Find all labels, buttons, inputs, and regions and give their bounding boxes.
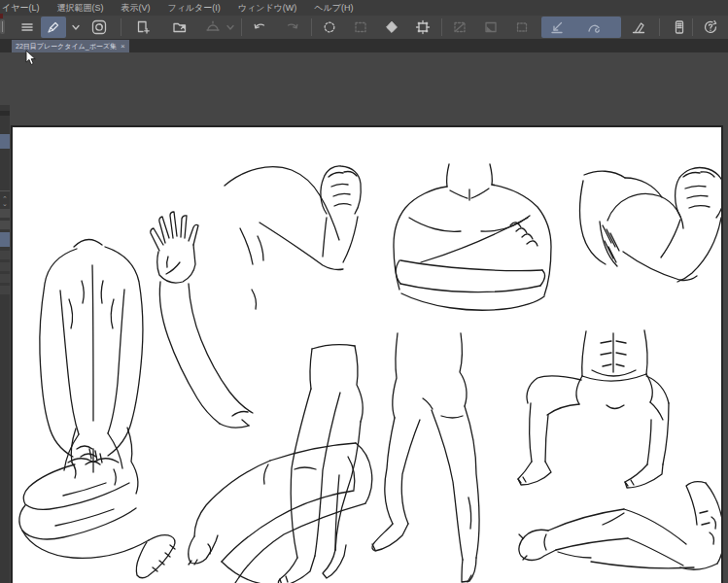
menu-filter[interactable]: フィルター(I)	[158, 2, 228, 15]
left-strip-tool[interactable]	[0, 274, 10, 283]
menu-view[interactable]: 表示(V)	[112, 2, 158, 15]
snap-to-special-ruler-icon[interactable]	[583, 17, 605, 38]
left-tool-strip: ⌃⌄	[0, 105, 10, 583]
left-strip-slot	[0, 111, 10, 116]
toolbar-separator	[692, 18, 693, 36]
pose-reference-line-art	[13, 127, 721, 583]
window-edge-mark	[0, 14, 3, 18]
left-strip-tool[interactable]	[0, 251, 10, 259]
figure-flexed-bicep	[580, 167, 721, 282]
figure-situp	[519, 482, 721, 570]
workspace: ⌃⌄	[0, 52, 728, 583]
panel-layout-icon[interactable]	[669, 17, 690, 38]
save-icon[interactable]	[202, 17, 224, 38]
hamburger-menu-icon[interactable]	[17, 17, 38, 38]
left-strip-active-tool[interactable]	[0, 134, 10, 149]
left-strip-tool[interactable]	[0, 209, 10, 218]
toolbar-separator	[121, 18, 121, 36]
menu-window[interactable]: ウィンドウ(W)	[229, 2, 306, 15]
toolbar-grip-handle[interactable]	[0, 19, 5, 34]
redo-icon[interactable]	[282, 17, 303, 38]
undo-icon[interactable]	[249, 17, 270, 38]
figure-kneeling-lower-body	[19, 428, 175, 578]
save-dropdown-chevron-icon[interactable]	[224, 17, 237, 38]
toolbar-separator	[659, 18, 660, 36]
figure-squatting-legs	[518, 330, 669, 488]
left-strip-divider	[0, 190, 10, 191]
figure-crossed-arms-torso	[394, 164, 551, 310]
toolbar-separator	[241, 18, 242, 36]
document-tab-title: 22日目ブレークタイム_ポーズ集	[16, 42, 117, 51]
clear-selection-icon[interactable]	[449, 17, 470, 38]
new-canvas-icon[interactable]	[132, 17, 154, 38]
menu-help[interactable]: ヘルプ(H)	[305, 2, 362, 15]
figure-raised-arm-open-hand	[151, 212, 253, 428]
left-strip-active-tool[interactable]	[0, 232, 10, 247]
snap-to-grid-icon[interactable]	[628, 17, 649, 38]
mouse-cursor	[25, 51, 37, 66]
document-tab-bar: 22日目ブレークタイム_ポーズ集 ×	[0, 39, 728, 52]
snap-to-ruler-icon[interactable]	[546, 17, 568, 38]
tab-close-icon[interactable]: ×	[121, 42, 125, 51]
figure-walking-legs-center	[278, 345, 363, 583]
figure-back-view-torso	[40, 239, 143, 472]
active-tool-pen-button[interactable]	[41, 17, 66, 38]
app-swirl-icon[interactable]	[89, 17, 109, 38]
paint-app-window: { "menu_bar": { "items": [ {"label": "イヤ…	[0, 0, 728, 583]
invert-selection-icon[interactable]	[350, 17, 371, 38]
dashed-box-icon[interactable]	[511, 17, 533, 38]
menu-selection[interactable]: 選択範囲(S)	[48, 2, 112, 15]
left-strip-tool[interactable]	[0, 221, 10, 229]
toolbar-separator	[441, 18, 442, 36]
left-strip-tool[interactable]	[0, 286, 10, 294]
toolbar-separator	[311, 18, 312, 36]
figure-striding-legs	[372, 333, 479, 582]
fill-icon[interactable]	[381, 17, 402, 38]
open-file-icon[interactable]	[169, 17, 191, 38]
corner-box-icon[interactable]	[480, 17, 502, 38]
help-icon[interactable]	[700, 17, 721, 38]
transform-frame-icon[interactable]	[412, 17, 433, 38]
menu-layer[interactable]: イヤー(L)	[0, 2, 48, 15]
double-chevron-icon[interactable]: ⌃⌄	[0, 196, 10, 206]
figure-reclining-bent-legs	[189, 443, 372, 583]
menu-bar: イヤー(L) 選択範囲(S) 表示(V) フィルター(I) ウィンドウ(W) ヘ…	[0, 0, 728, 16]
figure-bent-arm-fist	[225, 166, 361, 309]
left-strip-tool[interactable]	[0, 262, 10, 271]
command-bar	[0, 16, 728, 39]
tool-dropdown-chevron-icon[interactable]	[68, 17, 84, 38]
drawing-canvas[interactable]	[11, 125, 723, 583]
deselect-selection-icon[interactable]	[319, 17, 340, 38]
